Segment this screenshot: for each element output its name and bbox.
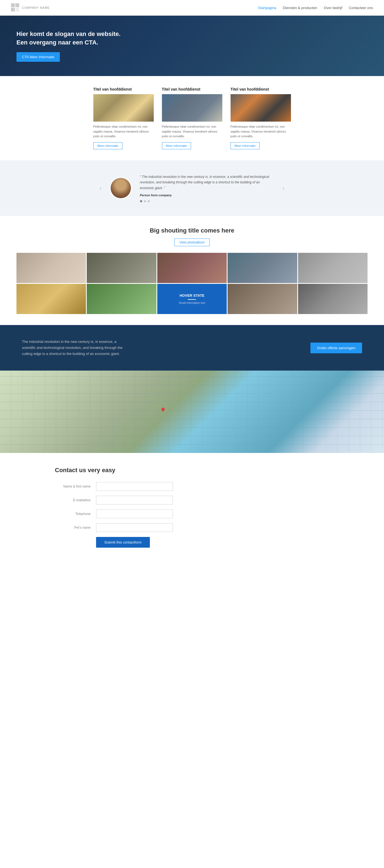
hero-title: Hier komt de slogan van de website. Een … — [17, 30, 121, 47]
service-desc-3: Pellentesque vitae condimentum mi, non s… — [230, 124, 291, 139]
service-desc-2: Pellentesque vitae condimentum mi, non s… — [162, 124, 222, 139]
testimonial-content: “ The industrial revolution in the new c… — [140, 174, 275, 202]
testimonial-quote: “ The industrial revolution in the new c… — [140, 174, 275, 191]
testimonial-avatar — [110, 177, 132, 199]
service-desc-1: Pellentesque vitae condimentum mi, non s… — [93, 124, 154, 139]
hero-cta-button[interactable]: CTA Meer informatie — [17, 52, 60, 62]
photo-cell-1[interactable] — [17, 253, 86, 283]
service-image-2 — [162, 94, 222, 122]
hover-state-label: HOVER STATE — [180, 293, 204, 298]
svg-rect-3 — [15, 8, 19, 11]
service-image-3 — [230, 94, 291, 122]
navigation: COMPANY NAME Startpagina Diensten & prod… — [0, 0, 384, 16]
logo: COMPANY NAME — [11, 3, 50, 12]
photo-cell-9[interactable] — [228, 284, 297, 314]
contact-title: Contact us very easy — [55, 467, 329, 474]
photo-cell-2[interactable] — [87, 253, 156, 283]
footer-space — [0, 561, 384, 572]
photo-cell-5[interactable] — [298, 253, 367, 283]
photo-cell-3[interactable] — [157, 253, 227, 283]
service-title-3: Titel van hoofddienst — [230, 87, 291, 91]
view-photoalbum-button[interactable]: View photoalbum — [174, 239, 210, 246]
telephone-input[interactable] — [96, 509, 173, 518]
svg-rect-0 — [11, 3, 15, 7]
dot-2[interactable] — [144, 200, 146, 202]
hover-sub-text: Small information text — [179, 302, 205, 304]
dot-3[interactable] — [148, 200, 150, 202]
company-name: COMPANY NAME — [22, 6, 50, 9]
submit-contactform-button[interactable]: Submit this contactform — [96, 537, 150, 548]
name-label: Name & first name — [55, 485, 91, 488]
testimonial-person: Person form company — [140, 193, 275, 197]
photo-cell-6[interactable] — [17, 284, 86, 314]
pets-name-input[interactable] — [96, 523, 173, 532]
service-btn-1[interactable]: Meer informatie — [93, 142, 122, 149]
testimonial-dots — [140, 200, 275, 202]
nav-contacteer[interactable]: Contacteer ons — [349, 6, 373, 10]
nav-startpagina[interactable]: Startpagina — [258, 6, 277, 10]
cta-banner-text: The industrial revolution in the new cen… — [22, 339, 126, 357]
testimonial-inner: “ The industrial revolution in the new c… — [110, 174, 275, 202]
map-section — [0, 371, 384, 453]
email-input[interactable] — [96, 496, 173, 504]
telephone-form-group: Telephone — [55, 509, 329, 518]
email-form-group: E-mailadres — [55, 496, 329, 504]
service-btn-2[interactable]: Meer informatie — [162, 142, 191, 149]
pets-name-form-group: Pet's name — [55, 523, 329, 532]
service-card-2: Titel van hoofddienst Pellentesque vitae… — [162, 87, 222, 149]
cta-banner-button[interactable]: Gratis offerte aanvragen — [311, 343, 362, 353]
avatar-image — [110, 178, 131, 198]
service-image-1 — [93, 94, 154, 122]
photo-cell-4[interactable] — [228, 253, 297, 283]
nav-over[interactable]: Over bedrijf — [324, 6, 342, 10]
photo-grid: HOVER STATE Small information text — [17, 253, 367, 314]
testimonial-section: ‹ “ The industrial revolution in the new… — [0, 160, 384, 216]
photo-section-title: Big shouting title comes here — [17, 227, 367, 234]
contact-section: Contact us very easy Name & first name E… — [0, 453, 384, 561]
services-section: Titel van hoofddienst Pellentesque vitae… — [0, 76, 384, 160]
name-form-group: Name & first name — [55, 482, 329, 491]
service-btn-3[interactable]: Meer informatie — [230, 142, 260, 149]
pets-name-label: Pet's name — [55, 526, 91, 530]
hero-content: Hier komt de slogan van de website. Een … — [0, 19, 137, 73]
nav-diensten[interactable]: Diensten & producten — [283, 6, 317, 10]
hover-divider — [188, 299, 196, 300]
cta-banner: The industrial revolution in the new cen… — [0, 325, 384, 371]
testimonial-next[interactable]: › — [283, 185, 285, 191]
map-background — [0, 371, 384, 453]
photo-cell-7[interactable] — [87, 284, 156, 314]
photo-section: Big shouting title comes here View photo… — [0, 216, 384, 325]
service-title-1: Titel van hoofddienst — [93, 87, 154, 91]
dot-1[interactable] — [140, 200, 142, 202]
hero-section: Hier komt de slogan van de website. Een … — [0, 16, 384, 76]
photo-cell-hover[interactable]: HOVER STATE Small information text — [157, 284, 227, 314]
logo-icon — [11, 3, 20, 12]
service-title-2: Titel van hoofddienst — [162, 87, 222, 91]
svg-rect-1 — [15, 3, 19, 7]
nav-links: Startpagina Diensten & producten Over be… — [258, 6, 373, 10]
service-card-3: Titel van hoofddienst Pellentesque vitae… — [230, 87, 291, 149]
email-label: E-mailadres — [55, 498, 91, 502]
telephone-label: Telephone — [55, 512, 91, 516]
svg-rect-2 — [11, 8, 15, 11]
testimonial-prev[interactable]: ‹ — [100, 185, 102, 191]
name-input[interactable] — [96, 482, 173, 491]
service-card-1: Titel van hoofddienst Pellentesque vitae… — [93, 87, 154, 149]
photo-cell-10[interactable] — [298, 284, 367, 314]
